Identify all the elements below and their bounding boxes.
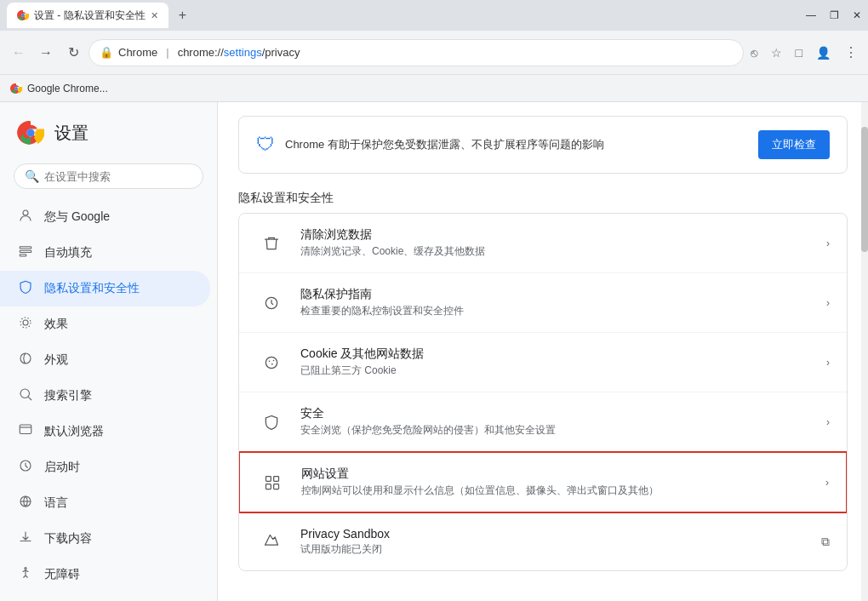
share-icon[interactable]: ⎋ <box>747 43 761 63</box>
safety-check-btn[interactable]: 立即检查 <box>758 130 830 159</box>
settings-item-cookies[interactable]: Cookie 及其他网站数据 已阻止第三方 Cookie › <box>239 333 847 392</box>
chrome-logo-sidebar <box>17 119 44 146</box>
sidebar-item-effects[interactable]: 效果 <box>0 306 217 342</box>
sidebar-item-download[interactable]: 下载内容 <box>0 521 217 557</box>
sidebar-icon-language <box>17 494 34 512</box>
content-area: 🛡 Chrome 有助于保护您免受数据泄露、不良扩展程序等问题的影响 立即检查 … <box>218 102 868 601</box>
sidebar-label-accessibility: 无障碍 <box>44 567 80 582</box>
scrollbar-thumb[interactable] <box>861 127 868 252</box>
minimize-btn[interactable]: — <box>806 9 816 21</box>
sidebar-label-google: 您与 Google <box>44 209 110 225</box>
search-icon: 🔍 <box>25 169 39 183</box>
svg-rect-25 <box>266 484 271 489</box>
item-icon-cookies <box>256 347 287 378</box>
sidebar-item-privacy[interactable]: 隐私设置和安全性 <box>0 271 210 306</box>
new-tab-btn[interactable]: + <box>172 3 193 28</box>
sidebar-label-privacy: 隐私设置和安全性 <box>44 281 140 296</box>
settings-item-privacy-sandbox[interactable]: Privacy Sandbox 试用版功能已关闭 ⧉ <box>239 512 847 570</box>
safety-text: Chrome 有助于保护您免受数据泄露、不良扩展程序等问题的影响 <box>285 137 748 152</box>
settings-item-privacy-guide[interactable]: 隐私保护指南 检查重要的隐私控制设置和安全控件 › <box>239 273 847 333</box>
sidebar-icon-search <box>17 386 34 405</box>
settings-search-box[interactable]: 🔍 <box>14 163 203 189</box>
titlebar: 设置 - 隐私设置和安全性 ✕ + — ❐ ✕ <box>0 0 868 31</box>
svg-point-9 <box>23 320 28 325</box>
back-btn[interactable]: ← <box>7 41 31 65</box>
bookmark-star-icon[interactable]: ☆ <box>768 43 785 63</box>
tab-close-btn[interactable]: ✕ <box>151 10 158 21</box>
item-desc-site-settings: 控制网站可以使用和显示什么信息（如位置信息、摄像头、弹出式窗口及其他） <box>301 484 812 498</box>
profile-icon[interactable]: 👤 <box>813 43 834 63</box>
item-name-site-settings: 网站设置 <box>301 466 812 482</box>
settings-item-clear-browsing[interactable]: 清除浏览数据 清除浏览记录、Cookie、缓存及其他数据 › <box>239 214 847 273</box>
svg-point-22 <box>273 359 275 361</box>
tab-favicon <box>17 9 29 21</box>
search-input[interactable] <box>44 170 192 183</box>
active-tab[interactable]: 设置 - 隐私设置和安全性 ✕ <box>7 3 168 28</box>
sidebar-item-google[interactable]: 您与 Google <box>0 199 217 235</box>
svg-rect-7 <box>20 250 31 252</box>
item-arrow-clear-browsing: › <box>826 238 830 249</box>
item-icon-privacy-guide <box>256 288 287 318</box>
sidebar-item-system[interactable]: 系统 <box>0 592 217 601</box>
address-box[interactable]: 🔒 Chrome | chrome://settings/privacy <box>89 39 744 66</box>
sidebar-item-search[interactable]: 搜索引擎 <box>0 378 217 414</box>
tab-search-icon[interactable]: □ <box>792 43 806 63</box>
sidebar-label-effects: 效果 <box>44 317 68 332</box>
item-name-privacy-sandbox: Privacy Sandbox <box>300 527 808 541</box>
item-desc-privacy-guide: 检查重要的隐私控制设置和安全控件 <box>300 304 813 318</box>
titlebar-left: 设置 - 隐私设置和安全性 ✕ + <box>7 3 193 28</box>
svg-rect-8 <box>20 255 26 256</box>
forward-btn[interactable]: → <box>34 41 58 65</box>
item-name-cookies: Cookie 及其他网站数据 <box>300 346 813 362</box>
svg-rect-23 <box>266 476 271 481</box>
sidebar-item-startup[interactable]: 启动时 <box>0 449 217 485</box>
addressbar: ← → ↻ 🔒 Chrome | chrome://settings/priva… <box>0 31 868 75</box>
settings-page-title: 设置 <box>54 122 89 145</box>
refresh-btn[interactable]: ↻ <box>61 41 85 65</box>
item-text-cookies: Cookie 及其他网站数据 已阻止第三方 Cookie <box>300 346 813 378</box>
item-arrow-privacy-guide: › <box>826 297 830 309</box>
item-icon-privacy-sandbox <box>256 526 287 557</box>
svg-point-1 <box>21 14 25 17</box>
settings-item-security[interactable]: 安全 安全浏览（保护您免受危险网站的侵害）和其他安全设置 › <box>239 392 847 452</box>
external-link-icon: ⧉ <box>821 535 830 549</box>
sidebar-item-accessibility[interactable]: 无障碍 <box>0 557 217 592</box>
sidebar-item-language[interactable]: 语言 <box>0 485 217 521</box>
main-area: 设置 🔍 您与 Google 自动填充 隐私设置和安全性 效果 外观 搜索引擎 … <box>0 102 868 601</box>
sidebar-label-appearance: 外观 <box>44 352 68 368</box>
svg-point-5 <box>23 210 28 215</box>
menu-icon[interactable]: ⋮ <box>841 41 861 64</box>
svg-point-3 <box>14 87 18 90</box>
sidebar-icon-privacy <box>17 279 34 298</box>
item-text-clear-browsing: 清除浏览数据 清除浏览记录、Cookie、缓存及其他数据 <box>300 227 813 259</box>
svg-point-11 <box>20 353 31 363</box>
settings-card: 清除浏览数据 清除浏览记录、Cookie、缓存及其他数据 › 隐私保护指南 检查… <box>238 213 848 571</box>
svg-rect-24 <box>274 476 279 481</box>
content-inner: 🛡 Chrome 有助于保护您免受数据泄露、不良扩展程序等问题的影响 立即检查 … <box>218 102 868 585</box>
scrollbar-track[interactable] <box>861 102 868 601</box>
sidebar-icon-download <box>17 529 34 548</box>
svg-point-16 <box>25 568 26 570</box>
sidebar-nav: 您与 Google 自动填充 隐私设置和安全性 效果 外观 搜索引擎 默认浏览器… <box>0 199 217 601</box>
security-lock-icon: 🔒 <box>100 46 113 59</box>
item-text-security: 安全 安全浏览（保护您免受危险网站的侵害）和其他安全设置 <box>300 406 813 438</box>
item-arrow-security: › <box>826 416 830 428</box>
sidebar-item-browser[interactable]: 默认浏览器 <box>0 414 217 449</box>
sidebar-icon-browser <box>17 422 34 441</box>
titlebar-right: — ❐ ✕ <box>806 9 861 21</box>
sidebar-item-appearance[interactable]: 外观 <box>0 342 217 378</box>
svg-point-21 <box>271 363 273 364</box>
svg-point-12 <box>20 389 30 398</box>
sidebar-label-browser: 默认浏览器 <box>44 424 104 439</box>
privacy-section-title: 隐私设置和安全性 <box>238 191 848 206</box>
item-text-site-settings: 网站设置 控制网站可以使用和显示什么信息（如位置信息、摄像头、弹出式窗口及其他） <box>301 466 812 498</box>
sidebar-item-autofill[interactable]: 自动填充 <box>0 235 217 271</box>
item-desc-privacy-sandbox: 试用版功能已关闭 <box>300 542 808 557</box>
close-btn[interactable]: ✕ <box>853 9 861 21</box>
item-name-clear-browsing: 清除浏览数据 <box>300 227 813 243</box>
bookmark-google-chrome[interactable]: Google Chrome... <box>27 83 108 94</box>
bookmarkbar: Google Chrome... <box>0 75 868 102</box>
restore-btn[interactable]: ❐ <box>830 9 839 21</box>
sidebar-icon-google <box>17 208 34 226</box>
settings-item-site-settings[interactable]: 网站设置 控制网站可以使用和显示什么信息（如位置信息、摄像头、弹出式窗口及其他）… <box>238 451 848 513</box>
